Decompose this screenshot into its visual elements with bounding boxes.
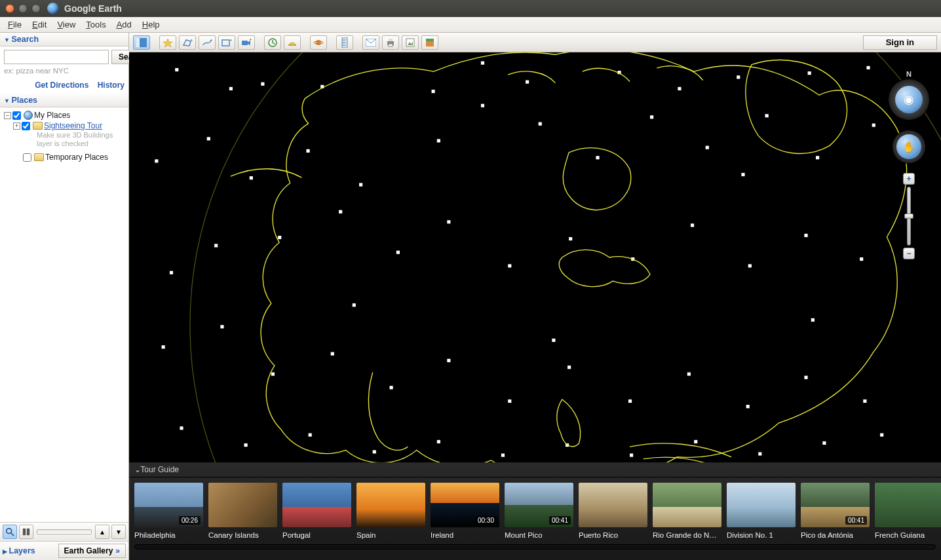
look-joystick[interactable]: N ▴ ▾ ◂ ▸ ◉ xyxy=(888,79,930,121)
menu-add[interactable]: Add xyxy=(111,20,137,29)
tour-label: Rio Grande do N… xyxy=(653,531,721,539)
get-directions-link[interactable]: Get Directions xyxy=(35,81,88,90)
tour-thumbnail[interactable]: 00:26 xyxy=(134,483,203,527)
opacity-slider[interactable] xyxy=(37,529,92,534)
tour-thumbnail[interactable] xyxy=(727,483,796,527)
tour-thumbnail[interactable] xyxy=(653,483,721,527)
planets-button[interactable] xyxy=(310,35,327,50)
tour-thumbnail[interactable]: 00:41 xyxy=(505,483,573,527)
window-close-button[interactable] xyxy=(5,4,14,13)
layers-panel-header[interactable]: Layers xyxy=(3,546,54,555)
add-path-button[interactable]: + xyxy=(199,35,216,50)
tour-guide-item[interactable]: 00:30Ireland xyxy=(431,483,499,539)
svg-rect-59 xyxy=(339,210,342,214)
svg-rect-43 xyxy=(207,137,210,140)
tour-guide-item[interactable]: 00:41Mount Pico xyxy=(505,483,573,539)
window-minimize-button[interactable] xyxy=(18,4,28,13)
toolbar: + + + + Sign in xyxy=(129,33,941,52)
zoom-thumb[interactable] xyxy=(904,214,913,219)
svg-rect-56 xyxy=(214,244,218,247)
add-placemark-button[interactable] xyxy=(159,35,176,50)
menu-tools[interactable]: Tools xyxy=(81,20,111,29)
menu-help[interactable]: Help xyxy=(137,20,165,29)
places-panel-header[interactable]: Places xyxy=(0,94,128,107)
tour-label: Spain xyxy=(356,531,425,539)
toggle-sidebar-button[interactable] xyxy=(133,35,150,50)
sightseeing-link[interactable]: Sightseeing Tour xyxy=(44,121,102,130)
tour-guide-item[interactable]: Canary Islands xyxy=(208,483,277,539)
tour-thumbnail[interactable]: 00:30 xyxy=(431,483,499,527)
svg-rect-32 xyxy=(175,68,178,71)
svg-rect-31 xyxy=(129,52,941,462)
tour-thumbnail[interactable] xyxy=(282,483,351,527)
sunlight-button[interactable] xyxy=(284,35,301,50)
map-canvas[interactable]: N ▴ ▾ ◂ ▸ ◉ ▴ ▾ ◂ ▸ ✋ + − xyxy=(129,52,941,462)
tour-guide-item[interactable]: Portugal xyxy=(282,483,351,539)
svg-rect-83 xyxy=(244,443,248,447)
tree-toggle-icon[interactable]: − xyxy=(4,112,11,119)
svg-rect-42 xyxy=(155,159,158,162)
sign-in-button[interactable]: Sign in xyxy=(863,35,937,50)
zoom-slider[interactable]: + − xyxy=(902,173,915,259)
svg-rect-5 xyxy=(136,38,140,47)
tree-item-temporary[interactable]: Temporary Places xyxy=(1,152,127,162)
add-image-overlay-button[interactable]: + xyxy=(218,35,235,50)
move-joystick[interactable]: ▴ ▾ ◂ ▸ ✋ xyxy=(892,130,926,164)
tour-guide-item[interactable]: French Guiana xyxy=(875,483,941,539)
tour-thumbnail[interactable] xyxy=(356,483,425,527)
tour-search-button[interactable] xyxy=(3,525,17,539)
add-polygon-button[interactable]: + xyxy=(179,35,196,50)
opacity-down-button[interactable]: ▾ xyxy=(111,525,126,539)
tour-label: Philadelphia xyxy=(134,531,203,539)
tour-guide-item[interactable]: Rio Grande do N… xyxy=(653,483,721,539)
svg-rect-52 xyxy=(706,146,709,149)
search-panel-header[interactable]: Search xyxy=(0,33,128,47)
tree-toggle-icon[interactable]: + xyxy=(13,122,20,130)
print-button[interactable] xyxy=(382,35,399,50)
svg-rect-44 xyxy=(250,176,253,179)
svg-rect-36 xyxy=(526,80,529,83)
search-input[interactable] xyxy=(4,50,109,64)
save-image-button[interactable] xyxy=(402,35,419,50)
earth-gallery-button[interactable]: Earth Gallery» xyxy=(58,544,126,558)
north-indicator[interactable]: N xyxy=(906,70,912,78)
tour-guide-item[interactable]: 00:26Philadelphia xyxy=(134,483,203,539)
tour-play-button[interactable] xyxy=(19,525,33,539)
zoom-out-button[interactable]: − xyxy=(903,248,915,259)
svg-rect-69 xyxy=(162,345,165,348)
tree-item-my-places[interactable]: − My Places xyxy=(1,110,127,121)
view-in-maps-button[interactable] xyxy=(421,35,438,50)
history-link[interactable]: History xyxy=(98,81,125,90)
svg-rect-55 xyxy=(872,124,875,127)
svg-text:+: + xyxy=(190,38,193,43)
tour-guide-item[interactable]: Spain xyxy=(356,483,425,539)
window-maximize-button[interactable] xyxy=(31,4,41,13)
record-tour-button[interactable]: + xyxy=(238,35,255,50)
tour-thumbnail[interactable] xyxy=(579,483,647,527)
tour-guide-item[interactable]: Puerto Rico xyxy=(579,483,647,539)
sightseeing-checkbox[interactable] xyxy=(22,122,30,130)
tour-guide-item[interactable]: Division No. 1 xyxy=(727,483,796,539)
menu-edit[interactable]: Edit xyxy=(27,20,52,29)
my-places-checkbox[interactable] xyxy=(12,111,21,120)
tour-guide-scrollbar[interactable] xyxy=(134,544,936,550)
svg-rect-57 xyxy=(170,271,173,274)
zoom-track[interactable] xyxy=(907,187,911,246)
tour-guide-header[interactable]: Tour Guide xyxy=(129,462,941,477)
temporary-checkbox[interactable] xyxy=(23,153,31,162)
zoom-in-button[interactable]: + xyxy=(903,173,915,185)
opacity-up-button[interactable]: ▴ xyxy=(95,525,109,539)
tour-thumbnail[interactable] xyxy=(875,483,941,527)
svg-rect-86 xyxy=(437,440,440,443)
tour-guide-item[interactable]: 00:41Pico da Antónia xyxy=(801,483,870,539)
svg-rect-38 xyxy=(678,87,681,90)
tour-thumbnail[interactable] xyxy=(208,483,277,527)
tour-thumbnail[interactable]: 00:41 xyxy=(801,483,870,527)
history-imagery-button[interactable] xyxy=(264,35,281,50)
email-button[interactable] xyxy=(362,35,379,50)
ruler-button[interactable] xyxy=(336,35,353,50)
menu-file[interactable]: File xyxy=(3,20,27,29)
tree-item-sightseeing[interactable]: + Sightseeing Tour xyxy=(1,121,127,131)
svg-rect-96 xyxy=(811,318,815,322)
menu-view[interactable]: View xyxy=(52,20,81,29)
